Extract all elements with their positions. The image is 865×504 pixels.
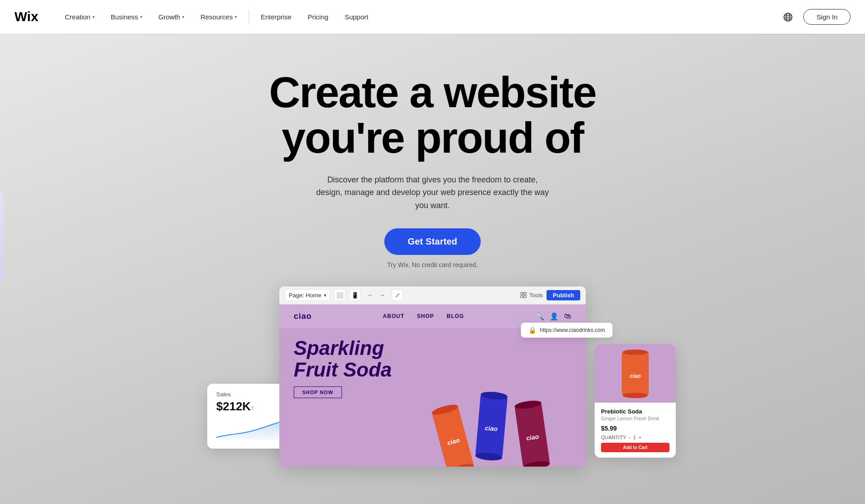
chevron-down-icon: ▾	[235, 14, 237, 19]
add-to-cart-button[interactable]: Add to Cart	[601, 443, 669, 452]
browser-toolbar: Page: Home ▾ ⬜ 📱 ← → ⤢ Tools Publis	[279, 286, 586, 304]
undo-icon[interactable]: ←	[365, 291, 375, 299]
website-logo: ciao	[294, 312, 312, 321]
chevron-down-icon: ▾	[182, 14, 184, 19]
nav-item-pricing[interactable]: Pricing	[300, 0, 337, 34]
browser-toolbar-right: Tools Publish	[520, 290, 580, 300]
product-cans-image: ciao ciao ciao	[432, 341, 559, 467]
left-edge-decoration	[0, 191, 4, 282]
sales-value: $212K↑	[216, 400, 288, 413]
nav-right: Sign In	[780, 9, 851, 25]
product-quantity: QUANTITY - 1 +	[601, 435, 669, 440]
website-nav-icons: 🔍 👤 🛍	[535, 312, 571, 321]
nav-item-business[interactable]: Business ▾	[103, 0, 150, 34]
svg-rect-7	[521, 292, 523, 295]
svg-rect-8	[524, 292, 526, 295]
product-price: $5.99	[601, 425, 669, 432]
wix-logo[interactable]: Wix	[14, 10, 41, 24]
svg-rect-10	[524, 295, 526, 298]
fullscreen-icon[interactable]: ⤢	[392, 289, 403, 301]
search-icon: 🔍	[535, 312, 544, 321]
product-description: Ginger Lemon Fresh Drink	[601, 416, 669, 421]
lock-icon: 🔒	[528, 327, 536, 334]
svg-text:Wix: Wix	[14, 10, 38, 24]
browser-nav-arrows: ← →	[365, 291, 387, 299]
svg-text:ciao: ciao	[630, 373, 641, 379]
language-button[interactable]	[780, 9, 796, 25]
hero-title: Create a website you're proud of	[269, 70, 596, 161]
sales-label: Sales	[216, 391, 288, 398]
nav-item-resources[interactable]: Resources ▾	[192, 0, 245, 34]
user-icon: 👤	[550, 312, 559, 321]
svg-rect-9	[521, 295, 523, 298]
mobile-view-icon[interactable]: 📱	[349, 289, 361, 301]
nav-item-enterprise[interactable]: Enterprise	[253, 0, 300, 34]
tools-icon[interactable]: Tools	[520, 292, 543, 299]
chevron-down-icon: ▾	[92, 14, 95, 19]
nav-divider	[249, 10, 249, 24]
browser-mockup-wrapper: Sales $212K↑ Page: Home	[279, 286, 586, 467]
svg-point-26	[623, 393, 648, 398]
cart-icon: 🛍	[564, 312, 571, 321]
url-tooltip: 🔒 https://www.ciaodrinks.com	[521, 322, 613, 338]
nav-links: Creation ▾ Business ▾ Growth ▾ Resources…	[57, 0, 780, 34]
desktop-view-icon[interactable]: ⬜	[334, 289, 346, 301]
hero-note: Try Wix. No credit card required.	[387, 261, 478, 268]
redo-icon[interactable]: →	[377, 291, 387, 299]
navbar: Wix Creation ▾ Business ▾ Growth ▾ Resou…	[0, 0, 865, 34]
browser-mockup: Page: Home ▾ ⬜ 📱 ← → ⤢ Tools Publis	[279, 286, 586, 467]
publish-button[interactable]: Publish	[546, 290, 580, 300]
get-started-button[interactable]: Get Started	[384, 228, 481, 255]
chevron-down-icon: ▾	[324, 293, 326, 298]
website-nav-links: ABOUT SHOP BLOG	[383, 313, 464, 319]
nav-item-creation[interactable]: Creation ▾	[57, 0, 103, 34]
product-card: ciao Prebiotic Soda Ginger Lemon Fresh D…	[595, 344, 676, 458]
svg-text:ciao: ciao	[485, 424, 498, 432]
hero-section: Create a website you're proud of Discove…	[0, 34, 865, 504]
shop-now-button[interactable]: SHOP NOW	[294, 386, 342, 398]
svg-point-25	[623, 350, 648, 355]
product-card-info: Prebiotic Soda Ginger Lemon Fresh Drink …	[595, 403, 676, 458]
product-card-image: ciao	[595, 344, 676, 403]
nav-item-growth[interactable]: Growth ▾	[150, 0, 192, 34]
browser-toolbar-left: Page: Home ▾ ⬜ 📱	[285, 289, 361, 301]
nav-item-support[interactable]: Support	[337, 0, 377, 34]
chevron-down-icon: ▾	[140, 14, 142, 19]
sign-in-button[interactable]: Sign In	[803, 9, 851, 25]
page-selector[interactable]: Page: Home ▾	[285, 289, 330, 301]
hero-subtitle: Discover the platform that gives you the…	[315, 173, 550, 212]
sales-chart	[216, 417, 288, 440]
product-name: Prebiotic Soda	[601, 408, 669, 415]
